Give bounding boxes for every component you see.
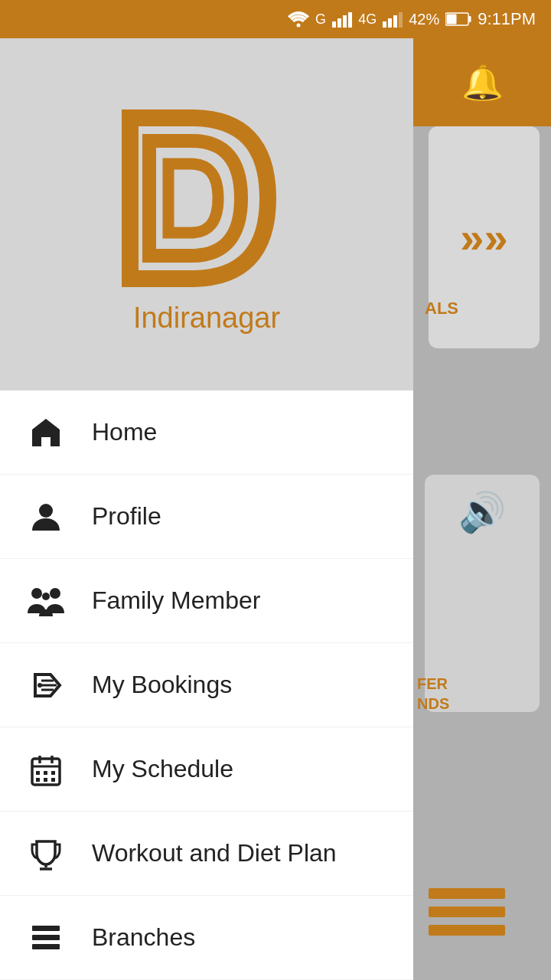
svg-rect-11 xyxy=(447,15,457,24)
menu-item-home[interactable]: Home xyxy=(0,390,413,475)
workout-diet-label: Workout and Diet Plan xyxy=(92,839,337,867)
orange-line-3 xyxy=(429,925,505,936)
network-g: G xyxy=(315,11,326,28)
orange-line-2 xyxy=(429,906,505,917)
svg-rect-24 xyxy=(36,771,40,775)
svg-point-13 xyxy=(31,588,42,599)
drawer-menu: Home Profile xyxy=(0,390,413,980)
svg-rect-8 xyxy=(399,12,403,28)
right-text-line1: FER xyxy=(417,674,449,694)
trophy-icon xyxy=(23,831,69,877)
svg-rect-4 xyxy=(348,12,352,28)
svg-point-12 xyxy=(39,504,53,518)
wifi-icon xyxy=(288,11,309,28)
branches-label: Branches xyxy=(92,923,195,952)
right-panel-text-2: FER NDS xyxy=(417,674,449,714)
network-4g: 4G xyxy=(358,11,377,28)
home-icon xyxy=(23,410,69,456)
orange-lines xyxy=(429,888,505,943)
svg-rect-25 xyxy=(44,771,47,775)
menu-item-family-member[interactable]: Family Member xyxy=(0,559,413,643)
calendar-icon xyxy=(23,746,69,792)
svg-rect-29 xyxy=(51,778,55,782)
svg-rect-32 xyxy=(32,926,60,931)
svg-rect-33 xyxy=(32,935,60,940)
signal-icon-2 xyxy=(383,11,403,28)
family-icon xyxy=(23,578,69,624)
right-panel-text-1: ALS xyxy=(425,299,458,318)
notification-bell-icon[interactable]: 🔔 xyxy=(461,63,504,103)
tag-icon xyxy=(23,662,69,708)
svg-rect-1 xyxy=(332,21,336,28)
svg-rect-26 xyxy=(51,771,55,775)
svg-rect-5 xyxy=(383,21,386,28)
person-icon xyxy=(23,494,69,540)
svg-rect-3 xyxy=(343,15,347,28)
my-schedule-label: My Schedule xyxy=(92,755,233,783)
battery-percentage: 42% xyxy=(409,11,439,28)
menu-item-my-schedule[interactable]: My Schedule xyxy=(0,727,413,812)
list-icon xyxy=(23,915,69,961)
family-member-label: Family Member xyxy=(92,586,260,615)
svg-point-0 xyxy=(297,24,301,28)
status-bar: G 4G 42% 9:11PM xyxy=(0,0,551,38)
svg-rect-27 xyxy=(36,778,40,782)
menu-item-branches[interactable]: Branches xyxy=(0,896,413,980)
menu-item-my-bookings[interactable]: My Bookings xyxy=(0,643,413,727)
profile-label: Profile xyxy=(92,502,161,531)
orange-line-1 xyxy=(429,888,505,899)
svg-point-15 xyxy=(42,593,50,600)
branch-name: Indiranagar xyxy=(133,302,280,335)
navigation-drawer: Indiranagar Home Profile xyxy=(0,38,413,980)
battery-icon xyxy=(445,12,471,26)
menu-item-workout-diet[interactable]: Workout and Diet Plan xyxy=(0,812,413,896)
time: 9:11PM xyxy=(478,9,536,29)
svg-rect-34 xyxy=(32,944,60,949)
svg-rect-28 xyxy=(44,778,47,782)
menu-item-profile[interactable]: Profile xyxy=(0,475,413,559)
svg-point-14 xyxy=(50,588,60,599)
app-header-right: 🔔 xyxy=(413,38,551,126)
my-bookings-label: My Bookings xyxy=(92,671,232,699)
right-text-line2: NDS xyxy=(417,694,449,714)
home-label: Home xyxy=(92,418,157,446)
svg-rect-10 xyxy=(469,16,471,22)
status-info: G 4G 42% 9:11PM xyxy=(288,9,536,29)
app-logo xyxy=(107,95,306,302)
double-arrow-icon: »» xyxy=(460,213,507,263)
svg-rect-2 xyxy=(337,18,341,28)
svg-rect-7 xyxy=(393,15,397,28)
signal-icon xyxy=(332,11,352,28)
drawer-header: Indiranagar xyxy=(0,38,413,390)
svg-rect-6 xyxy=(388,18,392,28)
speaker-icon: 🔊 xyxy=(458,490,506,534)
